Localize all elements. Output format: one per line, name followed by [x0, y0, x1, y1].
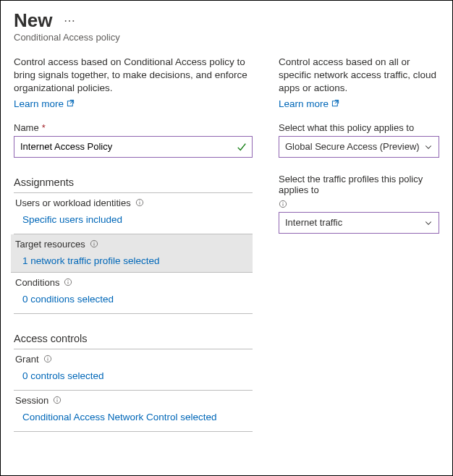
name-label-text: Name [14, 122, 39, 133]
chevron-down-icon [424, 218, 433, 227]
users-row[interactable]: Users or workload identities Specific us… [14, 193, 253, 234]
page-subtitle: Conditional Access policy [14, 32, 439, 43]
applies-to-label: Select what this policy applies to [279, 122, 439, 133]
svg-point-12 [47, 357, 48, 357]
session-value[interactable]: Conditional Access Network Control selec… [22, 412, 251, 422]
checkmark-icon [237, 142, 247, 152]
svg-point-3 [139, 200, 140, 201]
right-description: Control access based on all or specific … [279, 56, 439, 95]
page-title: New [14, 9, 52, 32]
target-resources-value[interactable]: 1 network traffic profile selected [22, 255, 251, 266]
name-field-label: Name * [14, 122, 253, 133]
info-icon[interactable] [135, 198, 144, 207]
traffic-profiles-label-text: Select the traffic profiles this policy … [279, 174, 439, 195]
traffic-profiles-value: Internet traffic [285, 217, 342, 228]
users-label: Users or workload identities [15, 197, 131, 208]
conditions-value[interactable]: 0 conditions selected [22, 294, 251, 305]
external-link-icon [67, 98, 75, 109]
svg-point-15 [57, 398, 58, 399]
svg-point-6 [93, 242, 94, 242]
external-link-icon [331, 98, 339, 109]
policy-name-input[interactable] [14, 136, 253, 158]
learn-more-label: Learn more [279, 98, 329, 109]
more-actions-button[interactable]: ⋯ [64, 14, 76, 27]
grant-row[interactable]: Grant 0 controls selected [14, 349, 253, 391]
info-icon[interactable] [53, 396, 62, 404]
svg-point-9 [68, 280, 69, 281]
traffic-profiles-label: Select the traffic profiles this policy … [279, 174, 439, 195]
info-icon[interactable] [64, 278, 72, 286]
svg-point-19 [282, 202, 283, 203]
target-resources-row[interactable]: Target resources 1 network traffic profi… [11, 234, 253, 273]
traffic-profiles-dropdown[interactable]: Internet traffic [279, 212, 439, 234]
session-row[interactable]: Session Conditional Access Network Contr… [14, 391, 253, 432]
required-asterisk: * [42, 122, 46, 133]
applies-to-value: Global Secure Access (Preview) [285, 141, 420, 152]
session-label: Session [15, 395, 48, 406]
grant-label: Grant [15, 354, 39, 365]
grant-value[interactable]: 0 controls selected [22, 370, 251, 381]
learn-more-label: Learn more [14, 98, 64, 109]
conditions-row[interactable]: Conditions 0 conditions selected [14, 273, 253, 314]
left-description: Control access based on Conditional Acce… [14, 56, 253, 95]
applies-to-dropdown[interactable]: Global Secure Access (Preview) [279, 136, 439, 158]
learn-more-link-right[interactable]: Learn more [279, 98, 339, 109]
info-icon[interactable] [90, 239, 98, 248]
conditions-label: Conditions [15, 277, 59, 288]
info-icon[interactable] [43, 354, 52, 363]
users-value[interactable]: Specific users included [22, 214, 251, 225]
info-icon[interactable] [279, 200, 287, 208]
learn-more-link-left[interactable]: Learn more [14, 98, 75, 109]
target-resources-label: Target resources [15, 239, 85, 250]
chevron-down-icon [424, 143, 433, 151]
assignments-heading: Assignments [14, 172, 253, 193]
access-controls-heading: Access controls [14, 328, 253, 349]
